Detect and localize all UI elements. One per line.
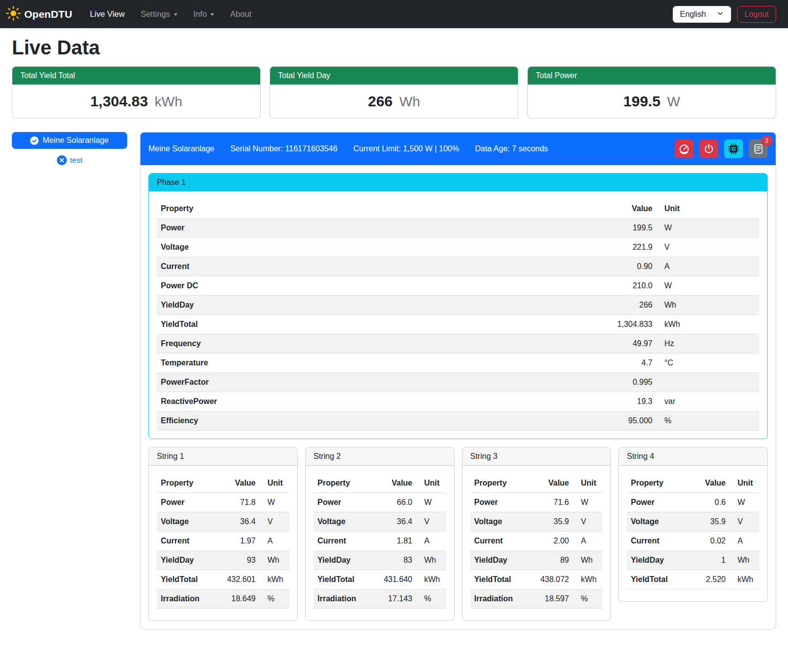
table-row: Voltage35.9V bbox=[470, 512, 603, 532]
string-card-2: String 2 Property Value Unit bbox=[305, 447, 455, 621]
string-card-title: String 4 bbox=[619, 448, 767, 466]
string-card-4: String 4 Property Value Unit bbox=[618, 447, 768, 602]
sun-icon bbox=[6, 6, 21, 23]
table-row: Current1.97A bbox=[157, 532, 289, 551]
string-table: Property Value Unit Power0.6W Voltage35.… bbox=[627, 474, 759, 589]
table-row: Power0.6W bbox=[627, 493, 759, 512]
inverter-select-label: Meine Solaranlage bbox=[43, 136, 108, 145]
nav-info[interactable]: Info bbox=[186, 5, 222, 23]
language-selected-value: English bbox=[680, 10, 706, 19]
column-header-property: Property bbox=[314, 474, 379, 493]
column-header-unit: Unit bbox=[264, 474, 289, 493]
journal-text-icon bbox=[753, 143, 764, 154]
chevron-down-icon bbox=[210, 13, 214, 16]
table-row: Efficiency95.000% bbox=[157, 411, 759, 431]
summary-card-title: Total Yield Total bbox=[12, 67, 260, 85]
summary-cards: Total Yield Total 1,304.83 kWh Total Yie… bbox=[12, 66, 776, 119]
table-row: Power71.6W bbox=[470, 493, 603, 512]
inverter-serial: Serial Number: 116171603546 bbox=[230, 144, 337, 153]
column-header-property: Property bbox=[157, 474, 222, 493]
column-header-value: Value bbox=[447, 199, 660, 219]
strings-row: String 1 Property Value Unit bbox=[148, 447, 768, 621]
column-header-value: Value bbox=[222, 474, 264, 493]
column-header-value: Value bbox=[379, 474, 420, 493]
nav-about[interactable]: About bbox=[223, 5, 258, 23]
nav-settings[interactable]: Settings bbox=[134, 5, 185, 23]
table-row: PowerFactor0.995 bbox=[157, 373, 759, 392]
table-row: YieldDay83Wh bbox=[314, 551, 446, 570]
power-icon bbox=[703, 143, 714, 154]
nav-live-view[interactable]: Live View bbox=[83, 5, 132, 23]
table-row: Current1.81A bbox=[314, 532, 446, 551]
table-row: Current2.00A bbox=[470, 532, 603, 551]
summary-card-total-yield-day: Total Yield Day 266 Wh bbox=[270, 66, 518, 119]
event-count-badge: 2 bbox=[761, 135, 772, 146]
summary-card-unit: kWh bbox=[155, 94, 183, 109]
nav-info-label: Info bbox=[193, 9, 207, 19]
table-header-row: Property Value Unit bbox=[157, 474, 289, 493]
nav-links: Live View Settings Info About bbox=[83, 5, 259, 23]
column-header-unit: Unit bbox=[420, 474, 446, 493]
phase-card: Phase 1 Property Value Unit bbox=[148, 173, 768, 439]
event-log-button[interactable]: 2 bbox=[749, 139, 768, 158]
check-circle-icon bbox=[30, 136, 39, 145]
table-row: Power66.0W bbox=[314, 493, 446, 512]
column-header-property: Property bbox=[627, 474, 692, 493]
table-row: YieldDay266Wh bbox=[157, 296, 759, 315]
column-header-unit: Unit bbox=[660, 199, 759, 219]
string-table: Property Value Unit Power66.0W Voltage36… bbox=[314, 474, 446, 609]
string-table: Property Value Unit Power71.8W Voltage36… bbox=[157, 474, 289, 609]
summary-card-title: Total Power bbox=[528, 67, 776, 85]
table-row: Frequency49.97Hz bbox=[157, 334, 759, 354]
limit-settings-button[interactable] bbox=[675, 139, 694, 158]
power-button[interactable] bbox=[699, 139, 718, 158]
column-header-value: Value bbox=[535, 474, 577, 493]
table-row: Irradiation18.649% bbox=[157, 589, 289, 609]
phase-card-title: Phase 1 bbox=[149, 174, 767, 191]
table-row: Current0.90A bbox=[157, 257, 759, 276]
language-select[interactable]: English bbox=[673, 6, 731, 23]
inverter-select-button[interactable]: Meine Solaranlage bbox=[12, 132, 127, 149]
string-table: Property Value Unit Power71.6W Voltage35… bbox=[470, 474, 603, 609]
table-header-row: Property Value Unit bbox=[314, 474, 446, 493]
table-row: Voltage35.9V bbox=[627, 512, 759, 532]
table-row: Power DC210.0W bbox=[157, 276, 759, 296]
table-row: ReactivePower19.3var bbox=[157, 392, 759, 411]
table-row: Current0.02A bbox=[627, 532, 759, 551]
page-title: Live Data bbox=[12, 37, 776, 59]
table-row: Irradiation17.143% bbox=[314, 589, 446, 609]
summary-card-total-yield-total: Total Yield Total 1,304.83 kWh bbox=[12, 66, 261, 119]
device-info-button[interactable] bbox=[724, 139, 743, 158]
table-row: YieldTotal431.640kWh bbox=[314, 570, 446, 589]
phase-table: Property Value Unit Power199.5W Voltage2… bbox=[157, 199, 759, 431]
navbar-right: English Logout bbox=[673, 6, 776, 23]
x-circle-icon[interactable] bbox=[57, 155, 67, 165]
column-header-value: Value bbox=[692, 474, 734, 493]
logout-button[interactable]: Logout bbox=[737, 6, 776, 23]
table-row: Power71.8W bbox=[157, 493, 289, 512]
chevron-down-icon bbox=[174, 13, 178, 16]
summary-card-title: Total Yield Day bbox=[270, 67, 518, 85]
inverter-current-limit: Current Limit: 1,500 W | 100% bbox=[353, 144, 459, 153]
string-card-title: String 1 bbox=[149, 448, 297, 466]
inverter-name: Meine Solaranlage bbox=[148, 144, 214, 153]
table-row: YieldTotal432.601kWh bbox=[157, 570, 289, 589]
brand[interactable]: OpenDTU bbox=[6, 6, 72, 23]
string-card-title: String 3 bbox=[463, 448, 611, 466]
inverter-list-item-test: test bbox=[12, 155, 127, 165]
table-row: Voltage221.9V bbox=[157, 238, 759, 257]
inverter-test-label[interactable]: test bbox=[70, 156, 83, 165]
table-row: Irradiation18.597% bbox=[470, 589, 603, 609]
table-row: Temperature4.7°C bbox=[157, 354, 759, 373]
table-row: YieldTotal2.520kWh bbox=[627, 570, 759, 589]
column-header-unit: Unit bbox=[577, 474, 603, 493]
string-card-title: String 2 bbox=[306, 448, 454, 466]
table-header-row: Property Value Unit bbox=[157, 199, 759, 219]
summary-card-value: 1,304.83 bbox=[90, 93, 148, 109]
table-header-row: Property Value Unit bbox=[470, 474, 603, 493]
inverter-actions: 2 bbox=[675, 139, 768, 158]
table-row: YieldDay89Wh bbox=[470, 551, 603, 570]
table-header-row: Property Value Unit bbox=[627, 474, 759, 493]
inverter-card-header: Meine Solaranlage Serial Number: 1161716… bbox=[140, 133, 776, 165]
table-row: Power199.5W bbox=[157, 219, 759, 238]
